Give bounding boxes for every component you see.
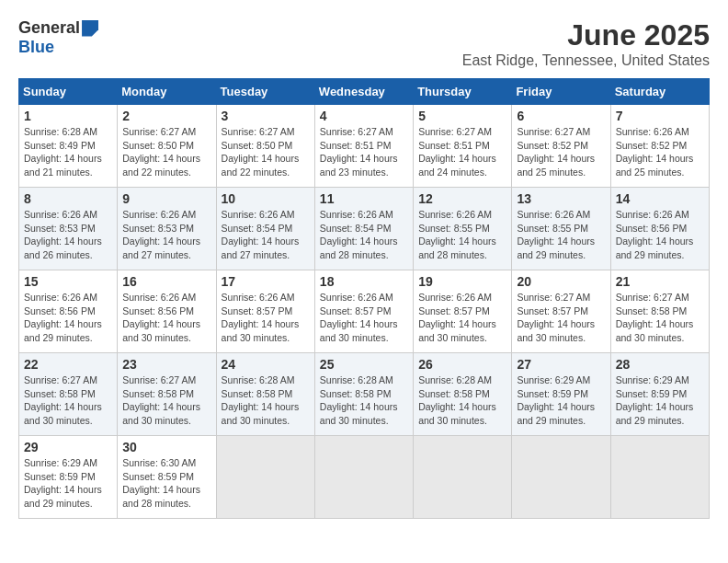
header-saturday: Saturday (610, 79, 709, 105)
calendar-cell: 16Sunrise: 6:26 AMSunset: 8:56 PMDayligh… (118, 270, 216, 353)
calendar-cell: 29Sunrise: 6:29 AMSunset: 8:59 PMDayligh… (19, 436, 118, 519)
day-number: 24 (222, 357, 310, 372)
day-number: 7 (616, 109, 704, 123)
day-number: 21 (616, 274, 704, 289)
calendar-cell: 14Sunrise: 6:26 AMSunset: 8:56 PMDayligh… (610, 188, 709, 270)
day-number: 18 (320, 274, 408, 289)
calendar-week-4: 22Sunrise: 6:27 AMSunset: 8:58 PMDayligh… (19, 353, 710, 436)
day-info: Sunrise: 6:28 AMSunset: 8:49 PMDaylight:… (24, 125, 112, 179)
page-header: General Blue June 2025 East Ridge, Tenne… (18, 18, 710, 69)
day-info: Sunrise: 6:26 AMSunset: 8:57 PMDaylight:… (222, 291, 310, 345)
day-info: Sunrise: 6:27 AMSunset: 8:51 PMDaylight:… (320, 125, 408, 179)
calendar-cell: 1Sunrise: 6:28 AMSunset: 8:49 PMDaylight… (19, 105, 118, 188)
calendar-cell: 23Sunrise: 6:27 AMSunset: 8:58 PMDayligh… (118, 353, 216, 436)
day-info: Sunrise: 6:26 AMSunset: 8:56 PMDaylight:… (24, 291, 112, 345)
calendar-cell: 25Sunrise: 6:28 AMSunset: 8:58 PMDayligh… (314, 353, 413, 436)
calendar-week-5: 29Sunrise: 6:29 AMSunset: 8:59 PMDayligh… (19, 436, 710, 519)
day-number: 19 (418, 274, 506, 289)
day-number: 27 (517, 357, 605, 372)
day-info: Sunrise: 6:26 AMSunset: 8:54 PMDaylight:… (320, 208, 408, 262)
calendar-cell: 27Sunrise: 6:29 AMSunset: 8:59 PMDayligh… (512, 353, 610, 436)
calendar-cell (414, 436, 512, 519)
day-info: Sunrise: 6:26 AMSunset: 8:53 PMDaylight:… (122, 208, 210, 262)
header-friday: Friday (512, 79, 610, 105)
day-number: 17 (222, 274, 310, 289)
calendar-cell: 9Sunrise: 6:26 AMSunset: 8:53 PMDaylight… (118, 188, 216, 270)
header-tuesday: Tuesday (216, 79, 314, 105)
day-info: Sunrise: 6:29 AMSunset: 8:59 PMDaylight:… (616, 373, 704, 428)
day-number: 2 (122, 109, 210, 123)
calendar-cell: 21Sunrise: 6:27 AMSunset: 8:58 PMDayligh… (610, 270, 709, 353)
calendar-cell (512, 436, 610, 519)
calendar-cell: 6Sunrise: 6:27 AMSunset: 8:52 PMDaylight… (512, 105, 610, 188)
day-number: 28 (616, 357, 704, 372)
calendar-cell (610, 436, 709, 519)
header-sunday: Sunday (19, 79, 118, 105)
day-number: 5 (418, 109, 506, 123)
calendar-cell: 3Sunrise: 6:27 AMSunset: 8:50 PMDaylight… (216, 105, 314, 188)
day-info: Sunrise: 6:26 AMSunset: 8:55 PMDaylight:… (517, 208, 605, 262)
day-number: 16 (122, 274, 210, 289)
day-number: 1 (24, 109, 112, 123)
day-info: Sunrise: 6:26 AMSunset: 8:52 PMDaylight:… (616, 125, 704, 179)
calendar-week-2: 8Sunrise: 6:26 AMSunset: 8:53 PMDaylight… (19, 188, 710, 270)
logo-general-text: General (18, 18, 80, 38)
calendar-cell: 28Sunrise: 6:29 AMSunset: 8:59 PMDayligh… (610, 353, 709, 436)
calendar-cell: 20Sunrise: 6:27 AMSunset: 8:57 PMDayligh… (512, 270, 610, 353)
day-number: 22 (24, 357, 112, 372)
day-info: Sunrise: 6:26 AMSunset: 8:56 PMDaylight:… (616, 208, 704, 262)
day-number: 26 (418, 357, 506, 372)
calendar-cell: 22Sunrise: 6:27 AMSunset: 8:58 PMDayligh… (19, 353, 118, 436)
calendar-cell: 19Sunrise: 6:26 AMSunset: 8:57 PMDayligh… (414, 270, 512, 353)
calendar-cell: 24Sunrise: 6:28 AMSunset: 8:58 PMDayligh… (216, 353, 314, 436)
day-number: 12 (418, 191, 506, 206)
day-number: 25 (320, 357, 408, 372)
day-number: 13 (517, 191, 605, 206)
calendar-cell: 12Sunrise: 6:26 AMSunset: 8:55 PMDayligh… (414, 188, 512, 270)
calendar-cell (216, 436, 314, 519)
calendar-subtitle: East Ridge, Tennessee, United States (462, 52, 710, 69)
calendar-cell: 8Sunrise: 6:26 AMSunset: 8:53 PMDaylight… (19, 188, 118, 270)
day-number: 4 (320, 109, 408, 123)
calendar-cell: 2Sunrise: 6:27 AMSunset: 8:50 PMDaylight… (118, 105, 216, 188)
title-area: June 2025 East Ridge, Tennessee, United … (462, 18, 710, 69)
calendar-cell: 17Sunrise: 6:26 AMSunset: 8:57 PMDayligh… (216, 270, 314, 353)
logo-icon (82, 20, 98, 37)
header-row: SundayMondayTuesdayWednesdayThursdayFrid… (19, 79, 710, 105)
day-info: Sunrise: 6:26 AMSunset: 8:55 PMDaylight:… (418, 208, 506, 262)
day-number: 10 (222, 191, 310, 206)
calendar-cell: 7Sunrise: 6:26 AMSunset: 8:52 PMDaylight… (610, 105, 709, 188)
day-info: Sunrise: 6:28 AMSunset: 8:58 PMDaylight:… (320, 373, 408, 428)
day-info: Sunrise: 6:26 AMSunset: 8:56 PMDaylight:… (122, 291, 210, 345)
calendar-cell: 18Sunrise: 6:26 AMSunset: 8:57 PMDayligh… (314, 270, 413, 353)
day-info: Sunrise: 6:26 AMSunset: 8:54 PMDaylight:… (222, 208, 310, 262)
day-info: Sunrise: 6:30 AMSunset: 8:59 PMDaylight:… (122, 456, 210, 511)
day-number: 29 (24, 440, 112, 454)
day-info: Sunrise: 6:27 AMSunset: 8:58 PMDaylight:… (24, 373, 112, 428)
day-info: Sunrise: 6:27 AMSunset: 8:58 PMDaylight:… (122, 373, 210, 428)
header-thursday: Thursday (414, 79, 512, 105)
day-info: Sunrise: 6:28 AMSunset: 8:58 PMDaylight:… (222, 373, 310, 428)
calendar-table: SundayMondayTuesdayWednesdayThursdayFrid… (18, 78, 710, 519)
day-number: 11 (320, 191, 408, 206)
header-wednesday: Wednesday (314, 79, 413, 105)
calendar-cell: 4Sunrise: 6:27 AMSunset: 8:51 PMDaylight… (314, 105, 413, 188)
header-monday: Monday (118, 79, 216, 105)
day-info: Sunrise: 6:26 AMSunset: 8:57 PMDaylight:… (418, 291, 506, 345)
calendar-cell: 26Sunrise: 6:28 AMSunset: 8:58 PMDayligh… (414, 353, 512, 436)
calendar-cell: 11Sunrise: 6:26 AMSunset: 8:54 PMDayligh… (314, 188, 413, 270)
calendar-week-3: 15Sunrise: 6:26 AMSunset: 8:56 PMDayligh… (19, 270, 710, 353)
day-info: Sunrise: 6:28 AMSunset: 8:58 PMDaylight:… (418, 373, 506, 428)
day-number: 6 (517, 109, 605, 123)
calendar-cell: 30Sunrise: 6:30 AMSunset: 8:59 PMDayligh… (118, 436, 216, 519)
day-info: Sunrise: 6:27 AMSunset: 8:50 PMDaylight:… (122, 125, 210, 179)
day-info: Sunrise: 6:29 AMSunset: 8:59 PMDaylight:… (517, 373, 605, 428)
day-number: 3 (222, 109, 310, 123)
calendar-cell: 5Sunrise: 6:27 AMSunset: 8:51 PMDaylight… (414, 105, 512, 188)
day-number: 8 (24, 191, 112, 206)
calendar-cell: 15Sunrise: 6:26 AMSunset: 8:56 PMDayligh… (19, 270, 118, 353)
calendar-title: June 2025 (462, 18, 710, 52)
calendar-cell (314, 436, 413, 519)
day-info: Sunrise: 6:27 AMSunset: 8:58 PMDaylight:… (616, 291, 704, 345)
day-number: 23 (122, 357, 210, 372)
